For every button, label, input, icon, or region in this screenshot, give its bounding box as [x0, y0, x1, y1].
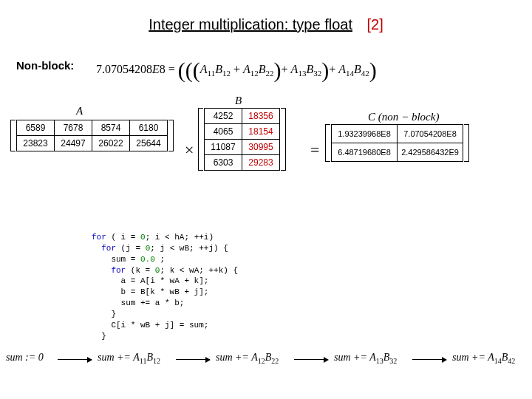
- matrix-a-table: 6589767885746180 23823244972602225644: [16, 120, 168, 151]
- matrix-c: 1.93239968E87.07054208E8 6.48719680E82.4…: [325, 124, 469, 162]
- matrix-b-label: B: [235, 95, 242, 107]
- matrix-c-label: C (non − block): [368, 111, 439, 123]
- sum-step: sum += A12B22: [216, 352, 279, 365]
- sum-step: sum += A13B32: [334, 352, 397, 365]
- matrix-row: A 6589767885746180 23823244972602225644 …: [6, 103, 526, 222]
- arrow-icon: [294, 359, 328, 360]
- table-row: 1.93239968E87.07054208E8: [332, 125, 463, 143]
- matrix-c-table: 1.93239968E87.07054208E8 6.48719680E82.4…: [331, 124, 463, 162]
- table-row: 425218356: [205, 109, 280, 124]
- equals-operator: =: [306, 140, 324, 160]
- table-row: 630329283: [205, 155, 280, 171]
- table-row: 23823244972602225644: [17, 136, 168, 151]
- matrix-b-table: 425218356 406518154 1108730995 630329283: [204, 108, 280, 171]
- sum-step: sum += A11B12: [98, 352, 160, 365]
- sum-init: sum := 0: [6, 352, 44, 364]
- nonblock-label: Non-block:: [16, 59, 74, 72]
- sum-step: sum += A14B42: [452, 352, 515, 365]
- title-ref: [2]: [367, 16, 383, 33]
- formula-nonblock: 7.07054208E8 = (((A11B12 + A12B22)+ A13B…: [96, 58, 377, 83]
- table-row: 1108730995: [205, 140, 280, 155]
- matrix-a-label: A: [76, 105, 83, 117]
- table-row: 6.48719680E82.429586432E9: [332, 143, 463, 162]
- times-operator: ×: [180, 140, 198, 160]
- matrix-a: 6589767885746180 23823244972602225644: [10, 120, 174, 151]
- arrow-icon: [412, 359, 446, 360]
- table-row: 6589767885746180: [17, 120, 168, 136]
- arrow-icon: [58, 359, 92, 360]
- code-listing: for ( i = 0; i < hA; ++i) for (j = 0; j …: [92, 232, 238, 341]
- slide-title: Integer multiplication: type float [2]: [0, 0, 532, 33]
- title-text: Integer multiplication: type float: [149, 16, 352, 33]
- table-row: 406518154: [205, 124, 280, 140]
- arrow-icon: [176, 359, 210, 360]
- sum-diagram: sum := 0 sum += A11B12 sum += A12B22 sum…: [0, 352, 532, 381]
- matrix-b: 425218356 406518154 1108730995 630329283: [198, 108, 286, 171]
